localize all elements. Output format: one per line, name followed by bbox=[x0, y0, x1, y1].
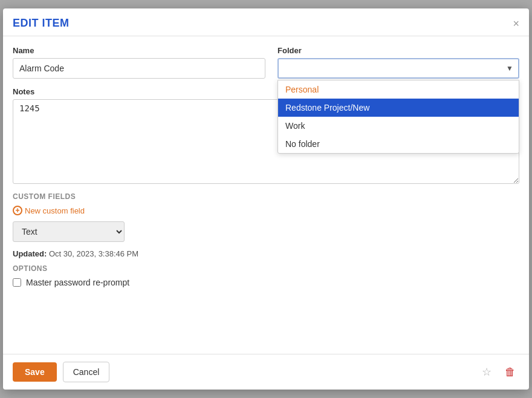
name-group: Name bbox=[13, 46, 265, 79]
modal-title: EDIT ITEM bbox=[13, 17, 70, 30]
folder-select[interactable] bbox=[277, 58, 519, 79]
dropdown-option-redstone[interactable]: Redstone Project/New bbox=[278, 99, 519, 117]
star-icon: ☆ bbox=[482, 366, 491, 378]
options-label: OPTIONS bbox=[13, 264, 519, 273]
name-label: Name bbox=[13, 46, 265, 55]
folder-wrapper: ▼ Personal Redstone Project/New Work No … bbox=[277, 58, 519, 79]
updated-value: Oct 30, 2023, 3:38:46 PM bbox=[49, 249, 138, 258]
folder-group: Folder ▼ Personal Redstone Project/New W… bbox=[277, 46, 519, 79]
custom-field-type-select[interactable]: Text Hidden Boolean Linked bbox=[13, 221, 125, 242]
name-folder-row: Name Folder ▼ Personal Redstone Project/… bbox=[13, 46, 519, 79]
modal-header: EDIT ITEM × bbox=[3, 8, 529, 36]
save-button[interactable]: Save bbox=[13, 362, 57, 382]
modal-footer: Save Cancel ☆ 🗑 bbox=[3, 354, 529, 390]
plus-circle-icon: + bbox=[13, 206, 22, 215]
folder-dropdown: Personal Redstone Project/New Work No fo… bbox=[277, 80, 519, 154]
close-button[interactable]: × bbox=[513, 18, 519, 29]
updated-label: Updated: bbox=[13, 249, 47, 258]
new-custom-field-label: New custom field bbox=[25, 206, 85, 215]
custom-fields-label: CUSTOM FIELDS bbox=[13, 192, 519, 201]
dropdown-option-work[interactable]: Work bbox=[278, 117, 519, 135]
dropdown-option-nofolder[interactable]: No folder bbox=[278, 135, 519, 153]
name-input[interactable] bbox=[13, 58, 265, 79]
dropdown-option-personal[interactable]: Personal bbox=[278, 80, 519, 99]
master-password-checkbox[interactable] bbox=[13, 278, 21, 287]
master-password-label: Master password re-prompt bbox=[26, 278, 129, 287]
modal-overlay: EDIT ITEM × Name Folder ▼ bbox=[0, 0, 532, 398]
trash-icon: 🗑 bbox=[505, 366, 516, 378]
custom-fields-section: CUSTOM FIELDS + New custom field Text Hi… bbox=[13, 192, 519, 242]
master-password-row: Master password re-prompt bbox=[13, 278, 519, 287]
favorite-button[interactable]: ☆ bbox=[478, 363, 495, 381]
folder-label: Folder bbox=[277, 46, 519, 55]
edit-item-modal: EDIT ITEM × Name Folder ▼ bbox=[3, 8, 529, 390]
delete-button[interactable]: 🗑 bbox=[501, 364, 519, 381]
modal-body: Name Folder ▼ Personal Redstone Project/… bbox=[3, 36, 529, 354]
cancel-button[interactable]: Cancel bbox=[63, 362, 110, 382]
options-section: OPTIONS Master password re-prompt bbox=[13, 264, 519, 287]
updated-row: Updated: Oct 30, 2023, 3:38:46 PM bbox=[13, 249, 519, 258]
new-custom-field-button[interactable]: + New custom field bbox=[13, 206, 85, 215]
